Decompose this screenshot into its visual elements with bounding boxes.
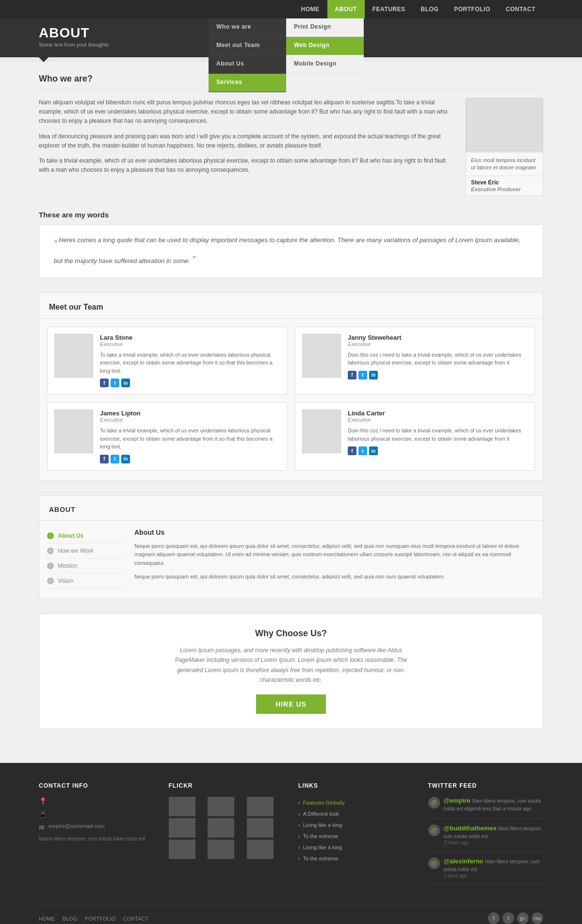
dropdown-services[interactable]: Services <box>209 74 286 92</box>
team-role-2: Executive <box>100 417 280 423</box>
flickr-thumb-4[interactable] <box>169 818 195 838</box>
sidebar-about-us[interactable]: › About Us <box>47 528 125 544</box>
flickr-title: FLICKR <box>169 782 284 789</box>
flickr-thumb-1[interactable] <box>169 797 195 816</box>
tweet-avatar-0: @ <box>428 797 440 808</box>
who-card: Eius modi tempora incidunt ut labore et … <box>466 98 543 196</box>
linkedin-icon-0[interactable]: in <box>121 379 130 387</box>
footer-link-contact[interactable]: CONTACT <box>123 916 148 922</box>
main-content: Who we are? Nam aliquam volutpat vel bib… <box>0 62 582 763</box>
flickr-thumb-7[interactable] <box>169 840 195 859</box>
dropdown-about-us[interactable]: About Us <box>209 55 286 74</box>
dropdown-print-design[interactable]: Print Design <box>286 18 364 37</box>
link-extreme-2[interactable]: To the extreme <box>298 856 338 861</box>
footer-link-home[interactable]: HOME <box>39 916 55 922</box>
team-photo-3 <box>302 410 341 453</box>
social-twitter-footer[interactable]: t <box>502 912 514 924</box>
open-quote-icon: “ <box>54 238 57 248</box>
contact-location: 📍 <box>39 797 154 805</box>
sidebar-mission[interactable]: › Mission <box>47 559 125 574</box>
who-card-title: Executive Producer <box>471 186 521 192</box>
footer-twitter: TWITTER FEED @ @empire Nam libero tempor… <box>428 782 544 891</box>
team-card-2: James Lipton Executive To take a trivial… <box>47 402 287 471</box>
who-card-quote: Eius modi tempora incidunt ut labore et … <box>466 152 543 176</box>
team-photo-0 <box>54 334 93 378</box>
tweet-user-1: @buddthathemes <box>444 825 497 832</box>
about-section-title: ABOUT <box>39 506 543 521</box>
about-content: › About Us › How we Work › Mission › Vis… <box>39 528 543 589</box>
nav-contact[interactable]: CONTACT <box>498 0 543 18</box>
top-navigation: HOME ABOUT FEATURES BLOG PORTFOLIO CONTA… <box>0 0 582 18</box>
link-living-2[interactable]: Living like a king <box>298 844 342 850</box>
tweet-user-2: @alexinferno <box>444 858 484 865</box>
hire-us-button[interactable]: HIRE US <box>256 694 326 714</box>
who-para-3: To take a trivial example, which of us e… <box>39 156 451 175</box>
breadcrumb-arrow <box>39 57 48 62</box>
link-features-globally[interactable]: Features Globally <box>298 800 345 806</box>
who-card-name: Steve Eric Executive Producer <box>466 176 543 196</box>
twitter-icon-2[interactable]: t <box>111 455 119 463</box>
nav-home[interactable]: HOME <box>293 0 327 18</box>
tweet-2: @ @alexinferno Nam libero tempore, cum s… <box>428 858 544 885</box>
contact-text: Nasrm libero tempore, cum soluta lukan n… <box>39 836 154 842</box>
tweet-0: @ @empire Nam libero tempore, cum soluta… <box>428 797 544 819</box>
social-gplus-footer[interactable]: g+ <box>517 912 529 924</box>
social-facebook-footer[interactable]: f <box>488 912 500 924</box>
team-info-0: Lara Stone Executive To take a trivial e… <box>100 334 280 388</box>
social-icons-2: f t in <box>100 455 280 463</box>
dropdown-mobile-design[interactable]: Mobile Design <box>286 55 364 74</box>
link-extreme-1[interactable]: To the extreme <box>298 833 338 839</box>
social-icons-0: f t in <box>100 379 280 387</box>
team-info-3: Linda Carter Executive Doin this coz i n… <box>348 410 528 463</box>
team-role-1: Executive <box>348 341 528 347</box>
who-para-2: Idea of denouncing pleasure and praising… <box>39 132 451 150</box>
nav-portfolio[interactable]: PORTFOLIO <box>446 0 498 18</box>
nav-blog[interactable]: BLOG <box>413 0 447 18</box>
flickr-thumb-5[interactable] <box>208 818 234 838</box>
dropdown-who-we-are[interactable]: Who we are <box>209 18 286 37</box>
link-different-look[interactable]: A Different look <box>298 811 339 817</box>
page-subtitle: Some text from your thoughts <box>39 42 109 48</box>
why-choose-box: Why Choose Us? Lorem Ipsum passages, and… <box>39 613 543 729</box>
sidebar-label-vision: Vision <box>58 578 73 584</box>
twitter-icon-1[interactable]: t <box>358 371 367 380</box>
nav-features[interactable]: FEATURES <box>365 0 413 18</box>
linkedin-icon-2[interactable]: in <box>121 455 130 463</box>
close-quote-icon: ” <box>192 254 195 265</box>
team-section: Meet our Team Lara Stone Executive To ta… <box>39 293 543 481</box>
facebook-icon-2[interactable]: f <box>100 455 109 463</box>
team-grid: Lara Stone Executive To take a trivial e… <box>39 327 543 471</box>
about-para-2: Neque porro quisquam est, qui dolorem ip… <box>134 573 535 581</box>
social-rss-footer[interactable]: rss <box>532 912 543 924</box>
linkedin-icon-1[interactable]: in <box>369 371 378 380</box>
who-card-image <box>466 98 543 151</box>
sidebar-vision[interactable]: › Vision <box>47 574 125 589</box>
facebook-icon-3[interactable]: f <box>348 446 356 455</box>
twitter-icon-3[interactable]: t <box>358 446 367 455</box>
tweet-1: @ @buddthathemes Nam libero tempore, cum… <box>428 825 544 852</box>
flickr-thumb-3[interactable] <box>247 797 274 816</box>
facebook-icon-1[interactable]: f <box>348 371 356 380</box>
dropdown-meet-team[interactable]: Meet out Team <box>209 37 286 55</box>
footer-link-blog[interactable]: BLOG <box>63 916 78 922</box>
link-living-1[interactable]: Living like a king <box>298 822 342 828</box>
tweet-content-1: @buddthathemes Nam libero tempore, cum s… <box>444 825 544 845</box>
flickr-thumb-2[interactable] <box>208 797 234 816</box>
dropdown-web-design[interactable]: Web Design <box>286 37 364 55</box>
sidebar-label-how-we-work: How we Work <box>58 547 94 554</box>
nav-about[interactable]: ABOUT <box>327 0 365 18</box>
twitter-icon-0[interactable]: t <box>111 379 119 387</box>
team-bio-1: Doin this coz i need to take a trivial e… <box>348 351 528 367</box>
linkedin-icon-3[interactable]: in <box>369 446 378 455</box>
sidebar-how-we-work[interactable]: › How we Work <box>47 544 125 559</box>
flickr-thumb-6[interactable] <box>247 818 274 838</box>
flickr-thumb-9[interactable] <box>247 840 274 859</box>
arrow-mission: › <box>47 562 54 569</box>
facebook-icon-0[interactable]: f <box>100 379 109 387</box>
team-name-1: Janny Steweheart <box>348 334 528 341</box>
arrow-vision: › <box>47 578 54 584</box>
footer-link-portfolio[interactable]: PORTFOLIO <box>85 916 115 922</box>
why-text: Lorem Ipsum passages, and more recently … <box>170 645 412 685</box>
email-address: empire@somemail.com <box>48 823 105 829</box>
flickr-thumb-8[interactable] <box>208 840 234 859</box>
